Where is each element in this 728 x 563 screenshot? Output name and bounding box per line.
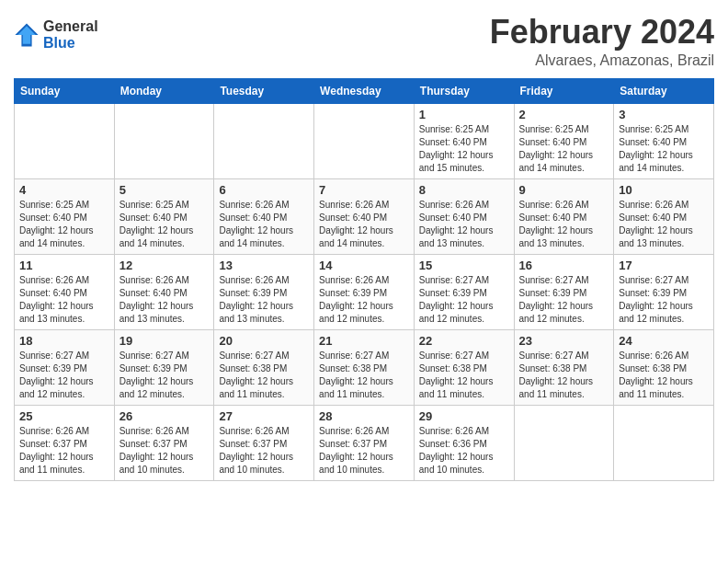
day-number: 14 bbox=[319, 259, 409, 272]
day-info: Sunrise: 6:25 AM Sunset: 6:40 PM Dayligh… bbox=[619, 123, 709, 175]
day-number: 7 bbox=[319, 183, 409, 197]
day-info: Sunrise: 6:25 AM Sunset: 6:40 PM Dayligh… bbox=[19, 199, 109, 250]
calendar-cell: 10Sunrise: 6:26 AM Sunset: 6:40 PM Dayli… bbox=[614, 178, 714, 254]
calendar-week-row: 25Sunrise: 6:26 AM Sunset: 6:37 PM Dayli… bbox=[15, 405, 714, 480]
generalblue-logo-icon bbox=[14, 22, 40, 48]
calendar-cell: 11Sunrise: 6:26 AM Sunset: 6:40 PM Dayli… bbox=[15, 254, 115, 329]
day-info: Sunrise: 6:26 AM Sunset: 6:38 PM Dayligh… bbox=[619, 350, 709, 401]
calendar-cell: 14Sunrise: 6:26 AM Sunset: 6:39 PM Dayli… bbox=[314, 254, 415, 329]
calendar-cell: 3Sunrise: 6:25 AM Sunset: 6:40 PM Daylig… bbox=[614, 103, 714, 178]
calendar-cell: 7Sunrise: 6:26 AM Sunset: 6:40 PM Daylig… bbox=[314, 178, 415, 254]
calendar-cell: 2Sunrise: 6:25 AM Sunset: 6:40 PM Daylig… bbox=[514, 103, 614, 178]
day-info: Sunrise: 6:25 AM Sunset: 6:40 PM Dayligh… bbox=[519, 123, 609, 175]
day-info: Sunrise: 6:27 AM Sunset: 6:39 PM Dayligh… bbox=[519, 274, 609, 326]
day-info: Sunrise: 6:26 AM Sunset: 6:40 PM Dayligh… bbox=[319, 199, 409, 250]
day-number: 28 bbox=[319, 409, 409, 423]
calendar-header-row: SundayMondayTuesdayWednesdayThursdayFrid… bbox=[15, 78, 714, 103]
col-header-saturday: Saturday bbox=[614, 78, 714, 103]
calendar-week-row: 18Sunrise: 6:27 AM Sunset: 6:39 PM Dayli… bbox=[15, 329, 714, 405]
col-header-sunday: Sunday bbox=[15, 78, 115, 103]
day-number: 20 bbox=[219, 334, 309, 348]
day-number: 25 bbox=[19, 409, 109, 423]
day-number: 2 bbox=[519, 108, 609, 121]
day-number: 3 bbox=[619, 108, 709, 121]
calendar-cell: 23Sunrise: 6:27 AM Sunset: 6:38 PM Dayli… bbox=[514, 329, 614, 405]
day-number: 23 bbox=[519, 334, 609, 348]
day-number: 17 bbox=[619, 259, 709, 272]
calendar-cell: 18Sunrise: 6:27 AM Sunset: 6:39 PM Dayli… bbox=[15, 329, 115, 405]
calendar-cell: 6Sunrise: 6:26 AM Sunset: 6:40 PM Daylig… bbox=[214, 178, 314, 254]
day-info: Sunrise: 6:26 AM Sunset: 6:37 PM Dayligh… bbox=[319, 425, 409, 477]
calendar-cell bbox=[15, 103, 115, 178]
col-header-thursday: Thursday bbox=[414, 78, 514, 103]
day-number: 9 bbox=[519, 183, 609, 197]
month-year-title: February 2024 bbox=[490, 14, 714, 51]
day-info: Sunrise: 6:26 AM Sunset: 6:39 PM Dayligh… bbox=[219, 274, 309, 326]
calendar-cell: 26Sunrise: 6:26 AM Sunset: 6:37 PM Dayli… bbox=[114, 405, 214, 480]
calendar-cell bbox=[614, 405, 714, 480]
day-number: 11 bbox=[19, 259, 109, 272]
col-header-wednesday: Wednesday bbox=[314, 78, 415, 103]
calendar-cell: 27Sunrise: 6:26 AM Sunset: 6:37 PM Dayli… bbox=[214, 405, 314, 480]
calendar-cell: 1Sunrise: 6:25 AM Sunset: 6:40 PM Daylig… bbox=[414, 103, 514, 178]
day-info: Sunrise: 6:26 AM Sunset: 6:36 PM Dayligh… bbox=[419, 425, 509, 477]
day-number: 13 bbox=[219, 259, 309, 272]
day-info: Sunrise: 6:26 AM Sunset: 6:40 PM Dayligh… bbox=[219, 199, 309, 250]
logo-blue-text: Blue bbox=[43, 35, 75, 51]
day-number: 12 bbox=[119, 259, 210, 272]
day-info: Sunrise: 6:26 AM Sunset: 6:39 PM Dayligh… bbox=[319, 274, 409, 326]
day-info: Sunrise: 6:27 AM Sunset: 6:38 PM Dayligh… bbox=[219, 350, 309, 401]
day-info: Sunrise: 6:25 AM Sunset: 6:40 PM Dayligh… bbox=[119, 199, 210, 250]
calendar-week-row: 4Sunrise: 6:25 AM Sunset: 6:40 PM Daylig… bbox=[15, 178, 714, 254]
calendar-cell: 8Sunrise: 6:26 AM Sunset: 6:40 PM Daylig… bbox=[414, 178, 514, 254]
page-header: General Blue February 2024 Alvaraes, Ama… bbox=[14, 14, 714, 69]
day-number: 21 bbox=[319, 334, 409, 348]
calendar-cell bbox=[114, 103, 214, 178]
calendar-table: SundayMondayTuesdayWednesdayThursdayFrid… bbox=[14, 78, 714, 481]
calendar-week-row: 11Sunrise: 6:26 AM Sunset: 6:40 PM Dayli… bbox=[15, 254, 714, 329]
day-info: Sunrise: 6:27 AM Sunset: 6:38 PM Dayligh… bbox=[319, 350, 409, 401]
day-info: Sunrise: 6:26 AM Sunset: 6:37 PM Dayligh… bbox=[219, 425, 309, 477]
logo-general-text: General bbox=[43, 18, 98, 34]
calendar-cell: 22Sunrise: 6:27 AM Sunset: 6:38 PM Dayli… bbox=[414, 329, 514, 405]
calendar-cell: 29Sunrise: 6:26 AM Sunset: 6:36 PM Dayli… bbox=[414, 405, 514, 480]
calendar-cell: 4Sunrise: 6:25 AM Sunset: 6:40 PM Daylig… bbox=[15, 178, 115, 254]
location-subtitle: Alvaraes, Amazonas, Brazil bbox=[490, 52, 714, 69]
calendar-week-row: 1Sunrise: 6:25 AM Sunset: 6:40 PM Daylig… bbox=[15, 103, 714, 178]
calendar-cell: 9Sunrise: 6:26 AM Sunset: 6:40 PM Daylig… bbox=[514, 178, 614, 254]
day-number: 29 bbox=[419, 409, 509, 423]
day-info: Sunrise: 6:27 AM Sunset: 6:38 PM Dayligh… bbox=[419, 350, 509, 401]
col-header-friday: Friday bbox=[514, 78, 614, 103]
day-number: 19 bbox=[119, 334, 210, 348]
calendar-cell: 16Sunrise: 6:27 AM Sunset: 6:39 PM Dayli… bbox=[514, 254, 614, 329]
day-info: Sunrise: 6:26 AM Sunset: 6:40 PM Dayligh… bbox=[419, 199, 509, 250]
day-info: Sunrise: 6:25 AM Sunset: 6:40 PM Dayligh… bbox=[419, 123, 509, 175]
day-number: 26 bbox=[119, 409, 210, 423]
day-number: 24 bbox=[619, 334, 709, 348]
calendar-cell: 19Sunrise: 6:27 AM Sunset: 6:39 PM Dayli… bbox=[114, 329, 214, 405]
svg-marker-2 bbox=[17, 26, 36, 44]
day-info: Sunrise: 6:26 AM Sunset: 6:40 PM Dayligh… bbox=[519, 199, 609, 250]
day-number: 4 bbox=[19, 183, 109, 197]
day-number: 16 bbox=[519, 259, 609, 272]
day-number: 10 bbox=[619, 183, 709, 197]
calendar-cell bbox=[514, 405, 614, 480]
calendar-cell: 13Sunrise: 6:26 AM Sunset: 6:39 PM Dayli… bbox=[214, 254, 314, 329]
calendar-cell: 12Sunrise: 6:26 AM Sunset: 6:40 PM Dayli… bbox=[114, 254, 214, 329]
day-info: Sunrise: 6:27 AM Sunset: 6:38 PM Dayligh… bbox=[519, 350, 609, 401]
calendar-cell: 25Sunrise: 6:26 AM Sunset: 6:37 PM Dayli… bbox=[15, 405, 115, 480]
day-info: Sunrise: 6:27 AM Sunset: 6:39 PM Dayligh… bbox=[619, 274, 709, 326]
calendar-cell: 24Sunrise: 6:26 AM Sunset: 6:38 PM Dayli… bbox=[614, 329, 714, 405]
calendar-cell: 5Sunrise: 6:25 AM Sunset: 6:40 PM Daylig… bbox=[114, 178, 214, 254]
day-number: 8 bbox=[419, 183, 509, 197]
day-number: 15 bbox=[419, 259, 509, 272]
day-info: Sunrise: 6:27 AM Sunset: 6:39 PM Dayligh… bbox=[19, 350, 109, 401]
day-info: Sunrise: 6:26 AM Sunset: 6:37 PM Dayligh… bbox=[119, 425, 210, 477]
day-number: 5 bbox=[119, 183, 210, 197]
day-number: 22 bbox=[419, 334, 509, 348]
title-block: February 2024 Alvaraes, Amazonas, Brazil bbox=[490, 14, 714, 69]
calendar-cell: 28Sunrise: 6:26 AM Sunset: 6:37 PM Dayli… bbox=[314, 405, 415, 480]
day-number: 18 bbox=[19, 334, 109, 348]
day-info: Sunrise: 6:26 AM Sunset: 6:40 PM Dayligh… bbox=[619, 199, 709, 250]
day-number: 27 bbox=[219, 409, 309, 423]
